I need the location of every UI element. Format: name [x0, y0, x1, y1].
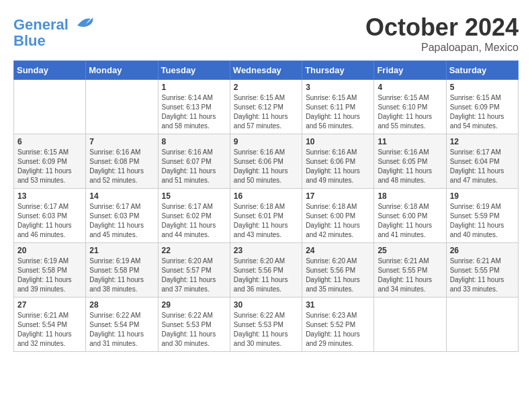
page-header: General Blue October 2024 Papaloapan, Me… [13, 13, 519, 54]
cell-content: Sunrise: 6:20 AMSunset: 5:57 PMDaylight:… [162, 257, 226, 294]
cell-content: Sunrise: 6:22 AMSunset: 5:53 PMDaylight:… [234, 311, 298, 349]
cell-content: Sunrise: 6:23 AMSunset: 5:52 PMDaylight:… [306, 311, 370, 349]
calendar-cell: 16Sunrise: 6:18 AMSunset: 6:01 PMDayligh… [230, 189, 302, 243]
calendar-cell: 5Sunrise: 6:15 AMSunset: 6:09 PMDaylight… [446, 80, 518, 134]
day-number: 18 [378, 191, 442, 201]
cell-content: Sunrise: 6:21 AMSunset: 5:55 PMDaylight:… [378, 257, 442, 294]
cell-content: Sunrise: 6:16 AMSunset: 6:08 PMDaylight:… [89, 148, 154, 185]
cell-content: Sunrise: 6:17 AMSunset: 6:03 PMDaylight:… [17, 202, 82, 240]
cell-content: Sunrise: 6:16 AMSunset: 6:07 PMDaylight:… [162, 148, 226, 185]
day-number: 8 [162, 137, 226, 146]
day-number: 1 [162, 83, 226, 92]
calendar-cell: 20Sunrise: 6:19 AMSunset: 5:58 PMDayligh… [14, 243, 86, 298]
calendar-cell: 4Sunrise: 6:15 AMSunset: 6:10 PMDaylight… [374, 80, 446, 134]
weekday-header: Friday [374, 61, 446, 80]
calendar-cell: 23Sunrise: 6:20 AMSunset: 5:56 PMDayligh… [230, 243, 302, 298]
calendar-cell: 12Sunrise: 6:17 AMSunset: 6:04 PMDayligh… [446, 134, 518, 189]
cell-content: Sunrise: 6:22 AMSunset: 5:53 PMDaylight:… [162, 311, 226, 349]
day-number: 2 [234, 83, 298, 92]
day-number: 23 [234, 246, 298, 255]
calendar-cell: 30Sunrise: 6:22 AMSunset: 5:53 PMDayligh… [230, 298, 302, 352]
location: Papaloapan, Mexico [365, 42, 519, 54]
cell-content: Sunrise: 6:16 AMSunset: 6:06 PMDaylight:… [234, 148, 298, 185]
calendar-cell: 29Sunrise: 6:22 AMSunset: 5:53 PMDayligh… [158, 298, 230, 352]
day-number: 26 [450, 246, 515, 255]
title-block: October 2024 Papaloapan, Mexico [365, 13, 519, 54]
cell-content: Sunrise: 6:21 AMSunset: 5:54 PMDaylight:… [17, 311, 82, 349]
calendar-cell: 14Sunrise: 6:17 AMSunset: 6:03 PMDayligh… [86, 189, 158, 243]
weekday-header: Thursday [302, 61, 374, 80]
day-number: 15 [162, 191, 226, 201]
calendar-cell: 17Sunrise: 6:18 AMSunset: 6:00 PMDayligh… [302, 189, 374, 243]
calendar-cell: 31Sunrise: 6:23 AMSunset: 5:52 PMDayligh… [302, 298, 374, 352]
calendar-cell [14, 80, 86, 134]
calendar-table: SundayMondayTuesdayWednesdayThursdayFrid… [13, 60, 519, 352]
cell-content: Sunrise: 6:17 AMSunset: 6:03 PMDaylight:… [89, 202, 154, 240]
calendar-cell: 3Sunrise: 6:15 AMSunset: 6:11 PMDaylight… [302, 80, 374, 134]
day-number: 13 [17, 191, 82, 201]
cell-content: Sunrise: 6:18 AMSunset: 6:00 PMDaylight:… [378, 202, 442, 240]
calendar-cell: 13Sunrise: 6:17 AMSunset: 6:03 PMDayligh… [14, 189, 86, 243]
day-number: 4 [378, 83, 442, 92]
cell-content: Sunrise: 6:20 AMSunset: 5:56 PMDaylight:… [306, 257, 370, 294]
day-number: 3 [306, 83, 370, 92]
cell-content: Sunrise: 6:17 AMSunset: 6:04 PMDaylight:… [450, 148, 515, 185]
day-number: 10 [306, 137, 370, 146]
day-number: 16 [234, 191, 298, 201]
calendar-cell: 24Sunrise: 6:20 AMSunset: 5:56 PMDayligh… [302, 243, 374, 298]
day-number: 22 [162, 246, 226, 255]
cell-content: Sunrise: 6:19 AMSunset: 5:58 PMDaylight:… [89, 257, 154, 294]
day-number: 7 [89, 137, 154, 146]
calendar-cell: 25Sunrise: 6:21 AMSunset: 5:55 PMDayligh… [374, 243, 446, 298]
day-number: 12 [450, 137, 515, 146]
cell-content: Sunrise: 6:16 AMSunset: 6:05 PMDaylight:… [378, 148, 442, 185]
calendar-cell: 19Sunrise: 6:19 AMSunset: 5:59 PMDayligh… [446, 189, 518, 243]
day-number: 30 [234, 300, 298, 310]
day-number: 28 [89, 300, 154, 310]
cell-content: Sunrise: 6:14 AMSunset: 6:13 PMDaylight:… [162, 93, 226, 131]
calendar-cell: 27Sunrise: 6:21 AMSunset: 5:54 PMDayligh… [14, 298, 86, 352]
calendar-cell [374, 298, 446, 352]
logo-line1: General [13, 16, 69, 33]
day-number: 17 [306, 191, 370, 201]
day-number: 5 [450, 83, 515, 92]
weekday-header: Tuesday [158, 61, 230, 80]
calendar-cell: 22Sunrise: 6:20 AMSunset: 5:57 PMDayligh… [158, 243, 230, 298]
calendar-header-row: SundayMondayTuesdayWednesdayThursdayFrid… [14, 61, 519, 80]
cell-content: Sunrise: 6:15 AMSunset: 6:12 PMDaylight:… [234, 93, 298, 131]
day-number: 19 [450, 191, 515, 201]
calendar-cell: 7Sunrise: 6:16 AMSunset: 6:08 PMDaylight… [86, 134, 158, 189]
calendar-week-row: 20Sunrise: 6:19 AMSunset: 5:58 PMDayligh… [14, 243, 519, 298]
logo-line2: Blue [13, 32, 46, 49]
day-number: 29 [162, 300, 226, 310]
cell-content: Sunrise: 6:20 AMSunset: 5:56 PMDaylight:… [234, 257, 298, 294]
day-number: 25 [378, 246, 442, 255]
calendar-cell: 18Sunrise: 6:18 AMSunset: 6:00 PMDayligh… [374, 189, 446, 243]
calendar-cell: 2Sunrise: 6:15 AMSunset: 6:12 PMDaylight… [230, 80, 302, 134]
cell-content: Sunrise: 6:19 AMSunset: 5:59 PMDaylight:… [450, 202, 515, 240]
logo-bird-icon [74, 13, 94, 30]
day-number: 20 [17, 246, 82, 255]
cell-content: Sunrise: 6:16 AMSunset: 6:06 PMDaylight:… [306, 148, 370, 185]
calendar-week-row: 13Sunrise: 6:17 AMSunset: 6:03 PMDayligh… [14, 189, 519, 243]
cell-content: Sunrise: 6:19 AMSunset: 5:58 PMDaylight:… [17, 257, 82, 294]
calendar-cell [86, 80, 158, 134]
calendar-week-row: 6Sunrise: 6:15 AMSunset: 6:09 PMDaylight… [14, 134, 519, 189]
day-number: 9 [234, 137, 298, 146]
cell-content: Sunrise: 6:15 AMSunset: 6:09 PMDaylight:… [17, 148, 82, 185]
calendar-cell: 1Sunrise: 6:14 AMSunset: 6:13 PMDaylight… [158, 80, 230, 134]
cell-content: Sunrise: 6:21 AMSunset: 5:55 PMDaylight:… [450, 257, 515, 294]
cell-content: Sunrise: 6:15 AMSunset: 6:10 PMDaylight:… [378, 93, 442, 131]
month-title: October 2024 [365, 13, 519, 42]
calendar-cell: 10Sunrise: 6:16 AMSunset: 6:06 PMDayligh… [302, 134, 374, 189]
day-number: 11 [378, 137, 442, 146]
calendar-cell: 28Sunrise: 6:22 AMSunset: 5:54 PMDayligh… [86, 298, 158, 352]
weekday-header: Monday [86, 61, 158, 80]
day-number: 27 [17, 300, 82, 310]
calendar-cell: 8Sunrise: 6:16 AMSunset: 6:07 PMDaylight… [158, 134, 230, 189]
weekday-header: Sunday [14, 61, 86, 80]
logo: General Blue [13, 13, 94, 49]
weekday-header: Saturday [446, 61, 518, 80]
day-number: 14 [89, 191, 154, 201]
calendar-cell: 21Sunrise: 6:19 AMSunset: 5:58 PMDayligh… [86, 243, 158, 298]
